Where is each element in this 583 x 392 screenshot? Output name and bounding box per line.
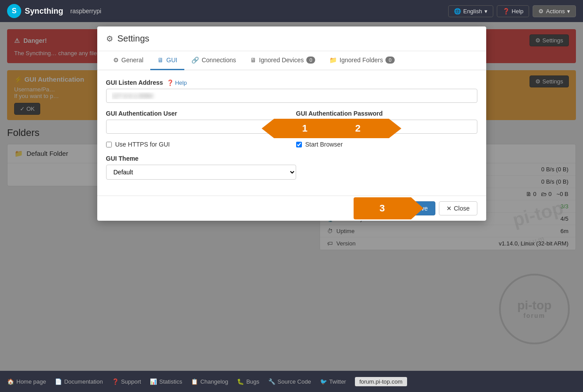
support-icon: ❓: [112, 378, 119, 385]
footer-twitter[interactable]: 🐦 Twitter: [320, 378, 346, 385]
theme-select[interactable]: Default Dark Black: [106, 165, 296, 180]
tab-gui[interactable]: 🖥 GUI: [150, 51, 184, 70]
https-group: Use HTTPS for GUI: [106, 141, 287, 148]
footer-bugs[interactable]: 🐛 Bugs: [237, 378, 259, 385]
footer-documentation[interactable]: 📄 Documentation: [55, 378, 103, 385]
actions-button[interactable]: ⚙ Actions ▾: [533, 5, 576, 17]
modal-header: ⚙ Settings: [97, 26, 486, 51]
start-browser-group: Start Browser: [296, 141, 477, 148]
general-icon: ⚙: [113, 57, 119, 64]
footer-homepage[interactable]: 🏠 Home page: [7, 378, 46, 385]
modal-title: Settings: [118, 34, 149, 44]
doc-icon: 📄: [55, 378, 62, 385]
tab-connections[interactable]: 🔗 Connections: [184, 51, 243, 70]
tab-ignored-devices[interactable]: 🖥 Ignored Devices 0: [243, 51, 322, 70]
help-icon: ❓: [503, 8, 510, 15]
chevron-down-icon-2: ▾: [567, 8, 570, 15]
start-browser-checkbox-label[interactable]: Start Browser: [296, 141, 477, 148]
footer-pitop-forum[interactable]: forum.pi-top.com: [355, 377, 407, 386]
footer-support[interactable]: ❓ Support: [112, 378, 141, 385]
theme-label: GUI Theme: [106, 155, 296, 162]
save-button[interactable]: ✓ Save: [399, 201, 435, 215]
ignored-folders-badge: 0: [385, 57, 394, 64]
auth-user-group: GUI Authentication User: [106, 110, 287, 134]
brand: S Syncthing: [7, 4, 63, 18]
source-icon: 🔧: [268, 378, 275, 385]
connections-icon: 🔗: [191, 57, 199, 64]
auth-row: 1 GUI Authentication User 2: [106, 110, 477, 134]
ignored-devices-badge: 0: [306, 57, 315, 64]
listen-address-label: GUI Listen Address: [106, 79, 163, 86]
close-button[interactable]: ✕ Close: [439, 201, 477, 215]
tab-general[interactable]: ⚙ General: [106, 51, 151, 70]
times-icon: ✕: [446, 205, 452, 212]
page-footer: 🏠 Home page 📄 Documentation ❓ Support 📊 …: [0, 371, 583, 392]
modal-body: GUI Listen Address ❓ Help 1: [97, 70, 486, 196]
brand-name: Syncthing: [25, 7, 63, 16]
listen-address-help-link[interactable]: ❓ Help: [167, 79, 187, 86]
gui-icon: 🖥: [157, 57, 164, 64]
auth-password-label: GUI Authentication Password: [296, 110, 477, 117]
ignored-folders-icon: 📁: [329, 57, 337, 64]
options-row: Use HTTPS for GUI Start Browser: [106, 141, 477, 148]
listen-address-label-row: GUI Listen Address ❓ Help: [106, 79, 477, 86]
navbar-actions-group: 🌐 English ▾ ❓ Help ⚙ Actions ▾: [448, 5, 576, 17]
https-checkbox-label[interactable]: Use HTTPS for GUI: [106, 141, 287, 148]
listen-address-input[interactable]: [106, 89, 477, 103]
navbar-device: raspberrypi: [70, 8, 101, 15]
settings-modal: ⚙ Settings ⚙ General 🖥 GUI 🔗 Connections: [97, 26, 486, 221]
check-save-icon: ✓: [406, 205, 412, 212]
brand-icon: S: [7, 4, 21, 18]
ignored-devices-icon: 🖥: [250, 57, 256, 64]
start-browser-checkbox[interactable]: [296, 142, 302, 147]
modal-footer: 3 ✓ Save ✕ Close: [97, 196, 486, 221]
modal-gear-icon: ⚙: [106, 34, 113, 44]
modal-overlay: ⚙ Settings ⚙ General 🖥 GUI 🔗 Connections: [0, 22, 583, 371]
footer-source-code[interactable]: 🔧 Source Code: [268, 378, 311, 385]
stats-icon: 📊: [150, 378, 157, 385]
annotation-3: 3: [379, 203, 385, 214]
main-content: ⚠ Danger! ⚙ Settings The Syncthing… chan…: [0, 22, 583, 371]
tab-ignored-folders[interactable]: 📁 Ignored Folders 0: [322, 51, 401, 70]
theme-group: GUI Theme Default Dark Black: [106, 155, 296, 180]
modal-tabs: ⚙ General 🖥 GUI 🔗 Connections 🖥 Ignored …: [97, 51, 486, 70]
chevron-down-icon: ▾: [484, 8, 488, 15]
changelog-icon: 📋: [191, 378, 198, 385]
twitter-icon: 🐦: [320, 378, 327, 385]
home-footer-icon: 🏠: [7, 378, 14, 385]
footer-statistics[interactable]: 📊 Statistics: [150, 378, 182, 385]
globe-icon: 🌐: [454, 8, 461, 15]
footer-changelog[interactable]: 📋 Changelog: [191, 378, 228, 385]
auth-user-input[interactable]: [106, 120, 287, 134]
help-button[interactable]: ❓ Help: [497, 5, 530, 17]
listen-address-group: GUI Listen Address ❓ Help: [106, 79, 477, 103]
navbar: S Syncthing raspberrypi 🌐 English ▾ ❓ He…: [0, 0, 583, 22]
gear-icon: ⚙: [538, 8, 544, 15]
help-circle-icon: ❓: [167, 79, 174, 86]
auth-user-label: GUI Authentication User: [106, 110, 287, 117]
english-button[interactable]: 🌐 English ▾: [448, 5, 493, 17]
auth-password-input[interactable]: [296, 120, 477, 134]
auth-password-group: GUI Authentication Password: [296, 110, 477, 134]
bugs-icon: 🐛: [237, 378, 244, 385]
https-checkbox[interactable]: [106, 142, 112, 147]
